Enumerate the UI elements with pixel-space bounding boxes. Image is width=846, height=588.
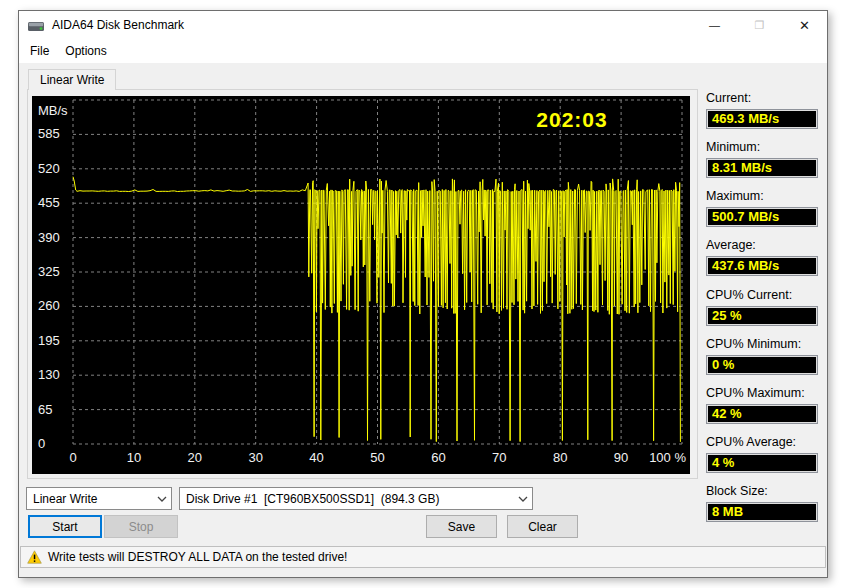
svg-text:40: 40 <box>309 450 323 465</box>
stat-value-box: 0 % <box>706 355 818 375</box>
close-icon: ✕ <box>799 18 810 33</box>
close-button[interactable]: ✕ <box>782 11 827 39</box>
stop-button: Stop <box>104 515 178 538</box>
svg-text:325: 325 <box>38 264 60 279</box>
minimize-button[interactable]: — <box>692 11 737 39</box>
stat-value-box: 8.31 MB/s <box>706 158 818 178</box>
svg-text:80: 80 <box>553 450 567 465</box>
tab-page: 065130195260325390455520585MB/s010203040… <box>27 89 698 479</box>
stat-value-box: 25 % <box>706 306 818 326</box>
stat-group: CPU% Average:4 % <box>706 435 818 473</box>
stat-group: CPU% Minimum:0 % <box>706 337 818 375</box>
write-speed-line <box>73 177 680 442</box>
window-title: AIDA64 Disk Benchmark <box>52 18 184 32</box>
menu-item-options[interactable]: Options <box>57 40 114 62</box>
svg-text:455: 455 <box>38 195 60 210</box>
status-message: Write tests will DESTROY ALL DATA on the… <box>48 550 347 564</box>
svg-text:90: 90 <box>614 450 628 465</box>
svg-text:195: 195 <box>38 333 60 348</box>
test-type-select[interactable]: Linear Write <box>26 487 172 510</box>
stat-value-box: 437.6 MB/s <box>706 256 818 276</box>
svg-text:60: 60 <box>431 450 445 465</box>
svg-text:30: 30 <box>248 450 262 465</box>
stat-label: Minimum: <box>706 140 818 154</box>
svg-text:65: 65 <box>38 402 52 417</box>
stat-value-box: 469.3 MB/s <box>706 109 818 129</box>
stat-group: Average:437.6 MB/s <box>706 238 818 276</box>
stat-value-box: 500.7 MB/s <box>706 207 818 227</box>
stat-group: Block Size:8 MB <box>706 484 818 522</box>
test-type-value: Linear Write <box>33 492 153 506</box>
svg-text:0: 0 <box>38 436 45 451</box>
stat-label: CPU% Current: <box>706 288 818 302</box>
stat-label: Current: <box>706 91 818 105</box>
disk-drive-icon <box>28 19 45 32</box>
caption-buttons: — ❐ ✕ <box>692 11 827 39</box>
stat-value-box: 42 % <box>706 404 818 424</box>
minimize-icon: — <box>709 19 720 31</box>
stat-value-box: 4 % <box>706 453 818 473</box>
chevron-down-icon <box>514 488 532 509</box>
svg-text:260: 260 <box>38 298 60 313</box>
svg-text:50: 50 <box>370 450 384 465</box>
svg-text:MB/s: MB/s <box>38 103 68 118</box>
svg-text:0: 0 <box>69 450 76 465</box>
stat-value-box: 8 MB <box>706 502 818 522</box>
svg-text:585: 585 <box>38 126 60 141</box>
svg-text:10: 10 <box>127 450 141 465</box>
benchmark-chart: 065130195260325390455520585MB/s010203040… <box>32 96 690 474</box>
elapsed-time: 202:03 <box>536 108 607 131</box>
stat-label: CPU% Average: <box>706 435 818 449</box>
stats-panel: Current:469.3 MB/sMinimum:8.31 MB/sMaxim… <box>706 91 818 533</box>
save-button[interactable]: Save <box>426 515 497 538</box>
stat-group: Minimum:8.31 MB/s <box>706 140 818 178</box>
app-window: AIDA64 Disk Benchmark — ❐ ✕ FileOptions … <box>18 10 828 578</box>
svg-text:130: 130 <box>38 367 60 382</box>
start-button[interactable]: Start <box>28 515 102 538</box>
stat-label: Block Size: <box>706 484 818 498</box>
title-bar: AIDA64 Disk Benchmark — ❐ ✕ <box>19 11 827 39</box>
stat-group: Maximum:500.7 MB/s <box>706 189 818 227</box>
warning-icon <box>27 550 42 564</box>
svg-text:70: 70 <box>492 450 506 465</box>
tab-label: Linear Write <box>40 73 104 87</box>
stat-group: CPU% Current:25 % <box>706 288 818 326</box>
status-bar: Write tests will DESTROY ALL DATA on the… <box>20 546 826 568</box>
stat-group: Current:469.3 MB/s <box>706 91 818 129</box>
svg-text:20: 20 <box>188 450 202 465</box>
drive-select[interactable]: Disk Drive #1 [CT960BX500SSD1] (894.3 GB… <box>179 487 533 510</box>
stat-label: CPU% Minimum: <box>706 337 818 351</box>
tab-linear-write[interactable]: Linear Write <box>28 69 116 90</box>
stat-group: CPU% Maximum:42 % <box>706 386 818 424</box>
svg-text:100 %: 100 % <box>649 450 686 465</box>
stat-label: Average: <box>706 238 818 252</box>
stat-label: Maximum: <box>706 189 818 203</box>
svg-text:520: 520 <box>38 161 60 176</box>
drive-select-value: Disk Drive #1 [CT960BX500SSD1] (894.3 GB… <box>186 492 514 506</box>
chevron-down-icon <box>153 488 171 509</box>
clear-button[interactable]: Clear <box>507 515 578 538</box>
maximize-icon: ❐ <box>755 19 765 32</box>
stat-label: CPU% Maximum: <box>706 386 818 400</box>
menu-bar: FileOptions <box>19 39 827 63</box>
maximize-button: ❐ <box>737 11 782 39</box>
menu-item-file[interactable]: File <box>22 40 57 62</box>
svg-text:390: 390 <box>38 230 60 245</box>
